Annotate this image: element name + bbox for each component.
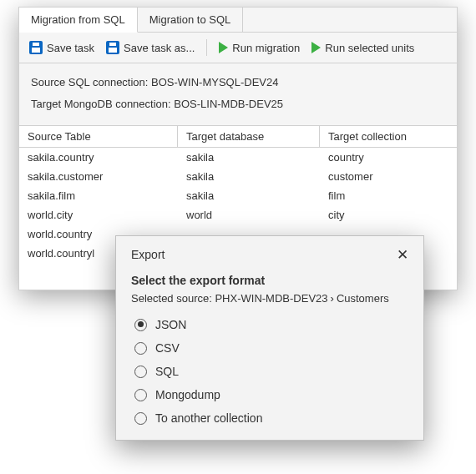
play-icon [219,42,228,53]
cell-db: sakila [178,149,320,165]
dialog-header: Export ✕ [131,248,408,262]
radio-label: CSV [155,341,180,355]
table-row[interactable]: sakila.customer sakila customer [19,167,457,186]
cell-source: world.city [19,207,178,223]
chevron-right-icon: › [331,292,334,305]
toolbar: Save task Save task as... Run migration … [19,33,457,63]
radio-option-sql[interactable]: SQL [134,365,408,378]
radio-label: To another collection [155,411,262,425]
tab-bar: Migration from SQL Migration to SQL [19,8,457,33]
save-icon [29,41,43,54]
radio-icon [134,342,147,355]
save-icon [106,41,119,54]
save-task-button[interactable]: Save task [29,41,94,54]
save-task-as-button[interactable]: Save task as... [106,41,195,54]
run-migration-label: Run migration [232,42,300,54]
toolbar-separator [206,39,207,56]
play-icon [311,42,321,53]
run-selected-units-button[interactable]: Run selected units [311,42,414,54]
tab-migration-from-sql[interactable]: Migration from SQL [19,8,138,33]
table-row[interactable]: sakila.film sakila film [19,186,457,205]
grid-header-row: Source Table Target database Target coll… [19,126,457,148]
target-connection-label: Target MongoDB connection: [31,98,174,110]
source-connection-value: BOS-WIN-MYSQL-DEV24 [151,76,278,88]
cell-source: sakila.country [19,149,178,165]
cell-coll: customer [320,169,457,184]
radio-option-csv[interactable]: CSV [134,341,408,355]
save-task-as-label: Save task as... [124,42,195,54]
run-selected-label: Run selected units [325,42,414,54]
source-collection: Customers [337,292,389,305]
radio-icon [134,389,147,401]
header-target-database[interactable]: Target database [178,126,320,147]
radio-label: JSON [155,318,186,331]
connection-info: Source SQL connection: BOS-WIN-MYSQL-DEV… [19,63,457,126]
table-row[interactable]: world.city world city [19,205,457,224]
export-format-radio-group: JSON CSV SQL Mongodump To another collec… [131,318,408,425]
radio-label: SQL [155,365,179,378]
radio-icon [134,366,147,378]
radio-option-mongodump[interactable]: Mongodump [134,388,408,401]
source-connection-label: Source SQL connection: [31,76,151,88]
radio-option-another-collection[interactable]: To another collection [134,411,408,425]
cell-coll: city [320,207,457,223]
cell-coll: country [320,149,457,165]
cell-source: sakila.customer [19,169,178,184]
header-target-collection[interactable]: Target collection [320,126,457,147]
table-row[interactable]: sakila.country sakila country [19,148,457,167]
header-source-table[interactable]: Source Table [19,126,178,147]
dialog-selected-source: Selected source: PHX-WIN-MDB-DEV23›Custo… [131,292,408,305]
run-migration-button[interactable]: Run migration [219,42,300,54]
cell-db: sakila [178,169,320,184]
radio-icon [134,319,147,331]
save-task-label: Save task [47,42,94,54]
cell-coll: film [320,188,457,204]
radio-option-json[interactable]: JSON [134,318,408,331]
source-prefix: Selected source: [131,292,215,305]
cell-db: sakila [178,188,320,204]
tab-migration-to-sql[interactable]: Migration to SQL [138,8,244,32]
dialog-title: Export [131,248,165,261]
dialog-subtitle: Select the export format [131,274,408,287]
cell-db: world [178,207,320,223]
radio-label: Mongodump [155,388,220,401]
close-icon[interactable]: ✕ [397,248,408,262]
target-connection-value: BOS-LIN-MDB-DEV25 [174,98,283,110]
cell-source: sakila.film [19,188,178,204]
radio-icon [134,412,147,425]
export-dialog: Export ✕ Select the export format Select… [115,235,424,441]
source-connection: PHX-WIN-MDB-DEV23 [215,292,327,305]
